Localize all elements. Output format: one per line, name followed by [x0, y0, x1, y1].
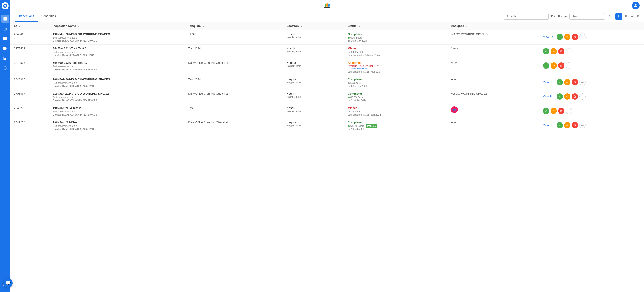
action-btn-edit[interactable]: ✏: [550, 62, 557, 69]
action-btn-edit[interactable]: ✏: [550, 48, 557, 54]
view-report-button[interactable]: View Re...: [543, 35, 555, 39]
sidebar-icon-file[interactable]: [1, 35, 9, 43]
cell-id: 2649254: [10, 118, 49, 133]
col-status[interactable]: Status ▼: [344, 22, 448, 30]
view-schedule-link[interactable]: ⏱ View Schedule: [348, 67, 444, 70]
status-label: Missed: [348, 106, 444, 110]
col-template[interactable]: Template ▼: [184, 22, 283, 30]
table-row: 2649254 19th Jan 2024/Test 1 Self assess…: [10, 118, 644, 133]
action-btn-green[interactable]: ✓: [543, 62, 549, 69]
inspection-name: 19th Jan 2024/Test 1: [53, 121, 181, 124]
inspection-sub2: Created By: AB CO-WORKING SPACES: [53, 113, 181, 116]
action-btn-more[interactable]: ⋯: [566, 48, 572, 54]
action-btn-green[interactable]: ✓: [543, 48, 549, 54]
download-button[interactable]: ⬇: [615, 14, 622, 20]
col-id[interactable]: ID ▼: [10, 22, 49, 30]
action-btn-more[interactable]: ⋯: [566, 108, 572, 114]
status-date: on 5th Mar 2024: [348, 51, 444, 53]
inspection-sub2: Created By: AB CO-WORKING SPACES: [53, 68, 181, 71]
status-label: Missed: [348, 47, 444, 50]
inspection-sub1: Self assessment audit: [53, 110, 181, 113]
tab-schedules[interactable]: Schedules: [38, 11, 60, 22]
table-row: 2945465 19th Mar 2024/AB CO-WORKING SPAC…: [10, 30, 644, 45]
action-btn-delete[interactable]: 🗑: [572, 34, 578, 40]
action-btn-more[interactable]: ⋯: [580, 93, 586, 100]
cell-assignee: Ajay: [448, 75, 539, 90]
action-btn-delete[interactable]: 🗑: [572, 93, 578, 100]
date-range-select[interactable]: [569, 13, 605, 20]
cell-template: Test 1: [184, 104, 283, 118]
cell-location: Nagpur Nagpur, India: [283, 118, 344, 133]
sidebar-icon-grid[interactable]: [1, 15, 9, 23]
sidebar-icon-timer[interactable]: [1, 64, 9, 72]
action-btn-delete[interactable]: 🗑: [558, 108, 564, 114]
user-avatar[interactable]: [632, 2, 640, 10]
inspection-sub2: Created By: AB CO-WORKING SPACES: [53, 54, 181, 56]
view-report-button[interactable]: View Re...: [543, 81, 555, 84]
location-city: Nagpur: [287, 121, 340, 124]
action-btn-edit[interactable]: ✏: [564, 79, 570, 85]
inspection-sub1: Self assessment audit: [53, 81, 181, 84]
action-btn-delete[interactable]: 🗑: [558, 48, 564, 54]
location-country: Nashik, India: [287, 95, 340, 98]
status-label: Assigned: [348, 61, 444, 65]
cell-name: 28th Feb 2024/AB CO-WORKING SPACES Self …: [49, 75, 185, 90]
col-assignee[interactable]: Assignee ▼: [448, 22, 539, 30]
cell-id: 2945465: [10, 30, 49, 45]
action-btn-more[interactable]: ⋯: [580, 34, 586, 40]
col-actions: [539, 22, 644, 30]
action-btn-green[interactable]: ✓: [543, 108, 549, 114]
action-btn-more[interactable]: ⋯: [580, 79, 586, 85]
action-btn-delete[interactable]: 🗑: [558, 62, 564, 69]
action-btn-edit[interactable]: ✏: [564, 34, 570, 40]
cell-assignee: 👥: [448, 104, 539, 118]
clear-button[interactable]: ✕: [608, 14, 612, 19]
col-location[interactable]: Location ▼: [283, 22, 344, 30]
status-label: Completed: [348, 92, 444, 95]
inspection-sub2: Created By: AB CO-WORKING SPACES: [53, 99, 181, 102]
topbar-logo: [324, 3, 330, 8]
cell-status: Completed NA Score on 28th Feb 2024: [344, 75, 448, 90]
cell-status: Missed on 19th Jan 2024 Last updated at …: [344, 104, 448, 118]
action-btn-more[interactable]: ⋯: [580, 122, 586, 128]
cell-location: Nagpur Nagpur, India: [283, 75, 344, 90]
action-btn-delete[interactable]: 🗑: [572, 122, 578, 128]
action-btn-green[interactable]: ✓: [556, 34, 563, 40]
sidebar-icon-document[interactable]: [1, 25, 9, 33]
inspection-name: 19th Jan 2024/Test 2: [53, 106, 181, 110]
action-btn-edit[interactable]: ✏: [564, 93, 570, 100]
inspection-sub2: Created By: AB CO-WORKING SPACES: [53, 128, 181, 130]
cell-template: Daily Office Cleaning Checklist: [184, 59, 283, 75]
tab-inspections[interactable]: Inspections: [15, 11, 38, 22]
action-btn-green[interactable]: ✓: [556, 93, 563, 100]
cell-assignee: Ajay: [448, 118, 539, 133]
action-btn-green[interactable]: ✓: [556, 79, 563, 85]
passed-badge: PASSED: [366, 124, 378, 128]
col-inspection-name[interactable]: Inspection Name ▼: [49, 22, 185, 30]
cell-location: Nagpur Nagpur, India: [283, 59, 344, 75]
chat-button[interactable]: 💬: [4, 278, 12, 287]
view-report-button[interactable]: View Re...: [543, 124, 555, 127]
action-btn-delete[interactable]: 🗑: [572, 79, 578, 85]
sidebar-icon-chart[interactable]: [1, 54, 9, 62]
view-report-button[interactable]: View Re...: [543, 95, 555, 98]
cell-id: 2706567: [10, 90, 49, 104]
sidebar-logo[interactable]: [2, 2, 9, 10]
sidebar: [0, 0, 10, 292]
cell-assignee: AB CO-WORKING SPACES: [448, 30, 539, 45]
table-row: 2872508 5th Mar 2024/Task Test 2. Self a…: [10, 45, 644, 59]
main-content: Inspections Schedules Date Range ✕ ⬇ Rec…: [10, 0, 644, 292]
sidebar-icon-megaphone[interactable]: [1, 44, 9, 52]
action-btn-edit[interactable]: ✏: [564, 122, 570, 128]
status-date: on 28th Feb 2024: [348, 85, 444, 87]
action-btn-more[interactable]: ⋯: [566, 62, 572, 69]
date-range-label: Date Range: [551, 15, 567, 18]
action-btn-green[interactable]: ✓: [556, 122, 563, 128]
cell-actions: View Re... ✓ ✏ 🗑 ⋯: [539, 118, 644, 133]
score-text: 50% Score: [348, 36, 444, 39]
group-avatar: 👥: [451, 106, 458, 113]
action-btn-edit[interactable]: ✏: [550, 108, 557, 114]
search-input[interactable]: [504, 13, 548, 20]
cell-location: Nashik Nashik, India: [283, 30, 344, 45]
cell-template: Daily Office Cleaning Checklist: [184, 118, 283, 133]
